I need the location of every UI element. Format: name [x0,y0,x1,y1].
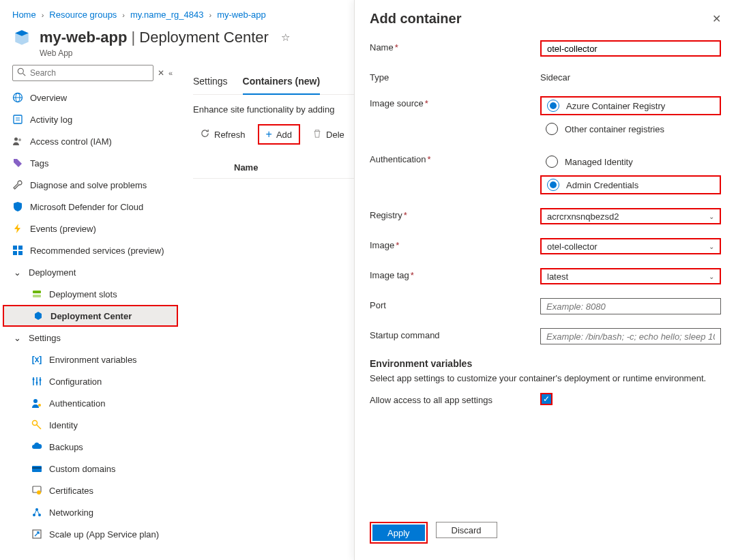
sidebar-item-diagnose[interactable]: Diagnose and solve problems [3,174,178,196]
cloud-icon [31,441,42,452]
svg-rect-15 [33,295,41,297]
key-icon [31,419,42,430]
sidebar-item-authentication[interactable]: Authentication [3,392,178,414]
env-vars-description: Select app settings to customize your co… [370,373,721,383]
chevron-right-icon: › [122,11,125,19]
add-container-panel: Add container ✕ Name* Type Sidecar Image… [354,0,736,560]
refresh-button[interactable]: Refresh [193,126,252,143]
svg-rect-27 [32,467,42,469]
close-icon[interactable]: ✕ [712,12,721,25]
name-input[interactable] [540,40,721,57]
radio-other-registries[interactable]: Other container registries [540,119,721,138]
image-select[interactable]: otel-collector⌄ [540,238,721,254]
svg-point-21 [40,379,42,381]
sidebar-item-env-vars[interactable]: [x]Environment variables [3,349,178,370]
radio-icon [546,156,558,168]
sidebar: ✕ « Overview Activity log Access control… [0,65,181,545]
sidebar-section-settings[interactable]: ⌄Settings [3,327,178,349]
page-title: my-web-app | Deployment Center [40,29,269,46]
breadcrumb-home[interactable]: Home [12,10,36,20]
sidebar-item-activity-log[interactable]: Activity log [3,108,178,130]
search-input[interactable] [30,68,149,78]
svg-point-0 [18,68,23,74]
network-icon [31,507,42,518]
chevron-down-icon: ⌄ [12,333,22,343]
search-icon [17,68,26,78]
sidebar-item-networking[interactable]: Networking [3,501,178,523]
label-image-tag: Image tag [370,270,409,280]
brackets-icon: [x] [31,354,42,365]
sidebar-item-certificates[interactable]: Certificates [3,480,178,501]
svg-line-1 [23,74,26,76]
certificate-icon [31,485,42,496]
card-icon [31,463,42,474]
sidebar-item-tags[interactable]: Tags [3,152,178,174]
log-icon [12,114,23,125]
breadcrumb-resource-groups[interactable]: Resource groups [49,10,117,20]
lightning-icon [12,223,23,234]
env-vars-heading: Environment variables [370,358,721,369]
chevron-down-icon: ⌄ [12,267,22,278]
add-button[interactable]: +Add [258,124,300,145]
tab-settings[interactable]: Settings [193,72,228,94]
label-image: Image [370,240,394,250]
svg-rect-10 [13,246,17,250]
sidebar-item-defender[interactable]: Microsoft Defender for Cloud [3,196,178,218]
registry-select[interactable]: acrcrxnsnqbezsd2⌄ [540,208,721,224]
panel-title: Add container [370,11,461,27]
svg-line-34 [37,510,40,515]
startup-command-input[interactable] [540,328,721,344]
svg-point-29 [37,490,41,495]
people-icon [12,136,23,147]
allow-all-checkbox[interactable]: ✓ [540,393,553,405]
globe-icon [12,92,23,103]
search-box[interactable] [12,65,153,81]
port-input[interactable] [540,298,721,314]
pin-icon[interactable]: ✕ [158,68,164,78]
slots-icon [31,289,42,299]
favorite-icon[interactable]: ☆ [281,31,290,44]
svg-rect-5 [14,115,22,123]
sidebar-item-overview[interactable]: Overview [3,87,178,108]
refresh-icon [200,128,210,141]
sidebar-item-scale-up[interactable]: Scale up (App Service plan) [3,523,178,545]
sidebar-item-custom-domains[interactable]: Custom domains [3,458,178,480]
sidebar-item-iam[interactable]: Access control (IAM) [3,130,178,152]
sidebar-item-configuration[interactable]: Configuration [3,370,178,392]
deployment-center-icon [33,310,44,321]
radio-azure-container-registry[interactable]: Azure Container Registry [540,96,721,115]
trash-icon [312,129,322,141]
sidebar-item-recommended[interactable]: Recommended services (preview) [3,239,178,261]
svg-point-23 [38,404,41,407]
wrench-icon [12,179,23,190]
svg-point-20 [36,382,38,384]
tab-containers[interactable]: Containers (new) [243,72,321,95]
sidebar-item-backups[interactable]: Backups [3,436,178,458]
svg-rect-26 [32,466,42,472]
label-authentication: Authentication [370,154,426,164]
svg-rect-14 [33,291,41,293]
image-tag-select[interactable]: latest⌄ [540,268,721,284]
radio-admin-credentials[interactable]: Admin Credentials [540,175,721,194]
discard-button[interactable]: Discard [436,522,497,538]
chevron-down-icon: ⌄ [709,273,714,280]
collapse-icon[interactable]: « [168,69,173,77]
apply-button[interactable]: Apply [372,525,425,541]
radio-managed-identity[interactable]: Managed Identity [540,152,721,171]
label-type: Type [370,70,540,83]
label-image-source: Image source [370,98,424,108]
sidebar-item-deployment-slots[interactable]: Deployment slots [3,283,178,305]
chevron-down-icon: ⌄ [709,213,714,220]
sidebar-item-events[interactable]: Events (preview) [3,218,178,239]
svg-point-22 [33,399,38,403]
radio-icon [547,100,559,112]
tag-icon [12,158,23,168]
breadcrumb-rg-name[interactable]: my.name_rg_4843 [130,10,203,20]
radio-icon [547,179,559,191]
sidebar-item-identity[interactable]: Identity [3,414,178,436]
delete-button[interactable]: Dele [306,126,351,143]
label-name: Name [370,42,394,53]
sidebar-item-deployment-center[interactable]: Deployment Center [3,305,178,327]
breadcrumb-app[interactable]: my-web-app [217,10,266,20]
sidebar-section-deployment[interactable]: ⌄Deployment [3,261,178,283]
